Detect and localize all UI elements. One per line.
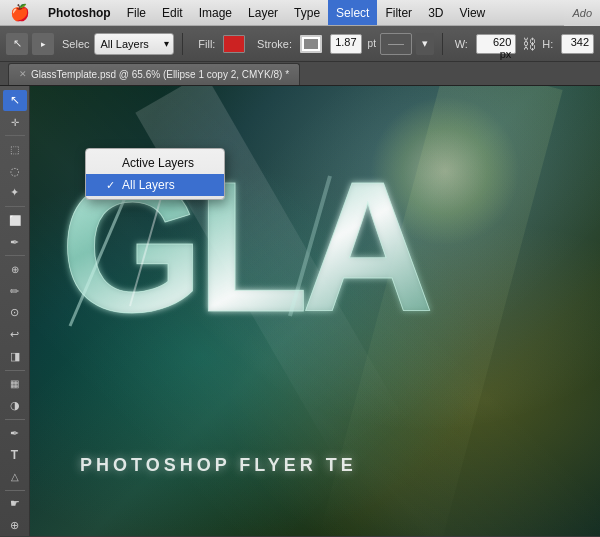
toolbar-arrow-icon[interactable]: ↖ — [6, 33, 28, 55]
menu-edit[interactable]: Edit — [154, 0, 191, 25]
menu-layer[interactable]: Layer — [240, 0, 286, 25]
stroke-value-input[interactable]: 1.87 — [330, 34, 361, 54]
tool-pen[interactable]: ✒ — [3, 423, 27, 444]
toolbar: ↖ ▸ Selec All Layers Fill: Stroke: 1.87 … — [0, 26, 600, 62]
stroke-style-icon[interactable]: —— — [380, 33, 412, 55]
tool-divider-5 — [5, 419, 25, 420]
tool-dodge[interactable]: ◑ — [3, 395, 27, 416]
stroke-type-icon[interactable]: ▾ — [416, 33, 434, 55]
h-value-input[interactable]: 342 — [561, 34, 594, 54]
canvas-area[interactable]: GLA GLA PHOTOSHOP FLYER TE Active Laye — [30, 86, 600, 536]
tool-zoom[interactable]: ⊕ — [3, 515, 27, 536]
tab-label: GlassTemplate.psd @ 65.6% (Ellipse 1 cop… — [31, 69, 289, 80]
document-tab[interactable]: ✕ GlassTemplate.psd @ 65.6% (Ellipse 1 c… — [8, 63, 300, 85]
stroke-label: Stroke: — [257, 38, 292, 50]
menu-view[interactable]: View — [451, 0, 493, 25]
tool-crop[interactable]: ⬜ — [3, 210, 27, 231]
ado-text: Ado — [564, 0, 600, 26]
menu-image[interactable]: Image — [191, 0, 240, 25]
tool-eraser[interactable]: ◨ — [3, 346, 27, 367]
tool-lasso[interactable]: ◌ — [3, 161, 27, 182]
menu-type[interactable]: Type — [286, 0, 328, 25]
tool-shape[interactable]: △ — [3, 466, 27, 487]
stroke-swatch[interactable] — [300, 35, 322, 53]
h-label: H: — [542, 38, 553, 50]
separator-2 — [442, 33, 443, 55]
tool-history[interactable]: ↩ — [3, 324, 27, 345]
stroke-unit: pt — [368, 38, 376, 49]
tool-type[interactable]: T — [3, 444, 27, 465]
tool-selection[interactable]: ↖ — [3, 90, 27, 111]
tool-divider-4 — [5, 370, 25, 371]
flyer-text: PHOTOSHOP FLYER TE — [80, 455, 357, 476]
select-label: Selec — [62, 38, 90, 50]
menu-3d[interactable]: 3D — [420, 0, 451, 25]
tool-divider-1 — [5, 135, 25, 136]
tool-magic-wand[interactable]: ✦ — [3, 183, 27, 204]
tool-divider-3 — [5, 255, 25, 256]
tool-stamp[interactable]: ⊙ — [3, 303, 27, 324]
separator-1 — [182, 33, 183, 55]
tool-hand[interactable]: ☛ — [3, 494, 27, 515]
tool-move[interactable]: ✛ — [3, 112, 27, 133]
tool-eyedropper[interactable]: ✒ — [3, 232, 27, 253]
all-layers-check: ✓ — [106, 179, 118, 192]
menu-select[interactable]: Select — [328, 0, 377, 25]
tool-healing[interactable]: ⊕ — [3, 259, 27, 280]
chain-link-icon: ⛓ — [522, 36, 536, 52]
tool-divider-6 — [5, 490, 25, 491]
tool-gradient[interactable]: ▦ — [3, 374, 27, 395]
apple-menu[interactable]: 🍎 — [0, 3, 40, 22]
menu-file[interactable]: File — [119, 0, 154, 25]
layers-dropdown-menu: Active Layers ✓ All Layers — [85, 148, 225, 200]
layers-dropdown[interactable]: All Layers — [94, 33, 174, 55]
stroke-inner — [304, 39, 318, 49]
fill-label: Fill: — [198, 38, 215, 50]
menubar: 🍎 Photoshop File Edit Image Layer Type S… — [0, 0, 600, 26]
main-area: ↖ ✛ ⬚ ◌ ✦ ⬜ ✒ ⊕ ✏ ⊙ ↩ ◨ ▦ ◑ ✒ T △ ☛ ⊕ — [0, 86, 600, 536]
active-layers-label: Active Layers — [122, 156, 194, 170]
tools-panel: ↖ ✛ ⬚ ◌ ✦ ⬜ ✒ ⊕ ✏ ⊙ ↩ ◨ ▦ ◑ ✒ T △ ☛ ⊕ — [0, 86, 30, 536]
dropdown-item-active-layers[interactable]: Active Layers — [86, 152, 224, 174]
w-value-input[interactable]: 620 px — [476, 34, 516, 54]
tabbar: ✕ GlassTemplate.psd @ 65.6% (Ellipse 1 c… — [0, 62, 600, 86]
menu-filter[interactable]: Filter — [377, 0, 420, 25]
tool-brush[interactable]: ✏ — [3, 281, 27, 302]
fill-swatch[interactable] — [223, 35, 245, 53]
tab-close-icon[interactable]: ✕ — [19, 69, 27, 79]
all-layers-label: All Layers — [122, 178, 175, 192]
toolbar-arrow2-icon[interactable]: ▸ — [32, 33, 54, 55]
menu-photoshop[interactable]: Photoshop — [40, 0, 119, 25]
dropdown-item-all-layers[interactable]: ✓ All Layers — [86, 174, 224, 196]
tool-marquee[interactable]: ⬚ — [3, 139, 27, 160]
tool-divider-2 — [5, 206, 25, 207]
w-label: W: — [455, 38, 468, 50]
